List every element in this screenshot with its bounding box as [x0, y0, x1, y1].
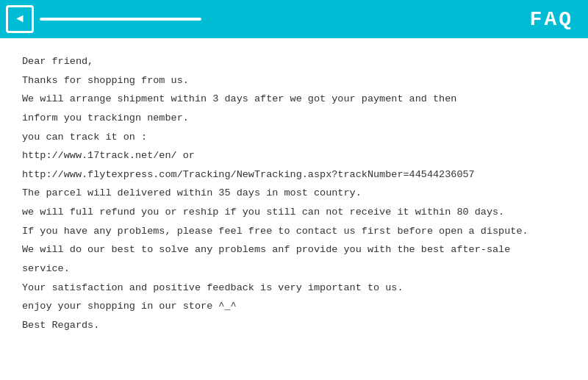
content-line: Dear friend,: [22, 53, 566, 71]
content-line: http://www.17track.net/en/ or: [22, 147, 566, 165]
content-area: Dear friend,Thanks for shopping from us.…: [0, 38, 588, 350]
faq-title: FAQ: [515, 5, 588, 34]
header-bar: FAQ: [0, 0, 588, 38]
content-line: Thanks for shopping from us.: [22, 72, 566, 90]
content-line: http://www.flytexpress.com/Tracking/NewT…: [22, 166, 566, 184]
content-line: inform you trackingn nember.: [22, 110, 566, 127]
content-line: We will arrange shipment within 3 days a…: [22, 90, 566, 108]
header-line: [40, 18, 201, 21]
content-line: we will full refund you or reship if you…: [22, 204, 566, 221]
content-line: Best Regards.: [22, 317, 566, 334]
header-left: [6, 5, 201, 33]
content-line: you can track it on :: [22, 129, 566, 146]
content-line: Your satisfaction and positive feedback …: [22, 279, 566, 297]
content-line: If you have any problems, please feel fr…: [22, 223, 566, 240]
content-line: The parcel will delivered within 35 days…: [22, 184, 566, 202]
content-line: enjoy your shopping in our store ^_^: [22, 298, 566, 315]
back-arrow-icon[interactable]: [6, 5, 34, 33]
content-line: service.: [22, 260, 566, 278]
content-line: We will do our best to solve any problem…: [22, 241, 566, 259]
